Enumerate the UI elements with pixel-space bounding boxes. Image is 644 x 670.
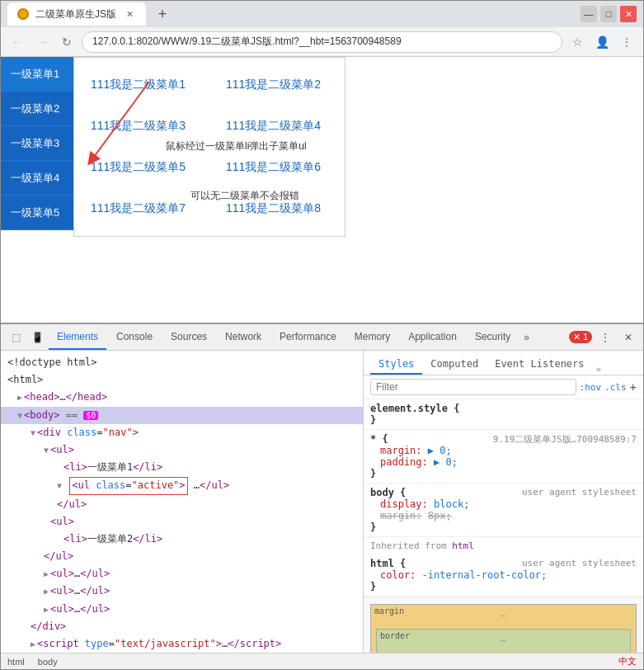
style-prop-display: display: block; bbox=[370, 498, 637, 510]
account-button[interactable]: 👤 bbox=[592, 32, 612, 52]
hov-button[interactable]: :hov bbox=[580, 382, 602, 393]
dropdown-item-6[interactable]: 111我是二级菜单6 bbox=[209, 160, 345, 175]
status-body[interactable]: body bbox=[38, 657, 58, 667]
dropdown-item-7[interactable]: 111我是二级菜单7 bbox=[74, 201, 209, 216]
style-block-universal: * { 9.19二级菜单JS版…700948589:7 margin: ▶ 0;… bbox=[364, 430, 643, 484]
devtools-toolbar: ⬚ 📱 Elements Console Sources Network Per… bbox=[1, 324, 643, 351]
styles-subtab-computed[interactable]: Computed bbox=[422, 355, 487, 375]
status-bar: html body 中文 bbox=[1, 653, 643, 669]
new-tab-button[interactable]: + bbox=[151, 2, 174, 26]
box-model-margin: margin – border – padding- bbox=[370, 604, 637, 653]
box-model-area: margin – border – padding- bbox=[364, 597, 643, 653]
html-ul-close: </ul> bbox=[1, 496, 363, 513]
html-li-2: <li>一级菜单2</li> bbox=[1, 531, 363, 548]
dropdown-item-8[interactable]: 111我是二级菜单8 bbox=[209, 201, 345, 216]
nav-item-3[interactable]: 一级菜单3 bbox=[1, 126, 75, 161]
error-badge: ✕ 1 bbox=[569, 331, 592, 343]
active-ul-highlight: <ul class="active"> bbox=[69, 477, 187, 494]
html-ul-2[interactable]: <ul> bbox=[1, 513, 363, 531]
html-body[interactable]: ▼<body> == $0 bbox=[1, 407, 363, 424]
status-html[interactable]: html bbox=[7, 657, 25, 667]
devtools-settings-button[interactable]: ⋮ bbox=[595, 328, 615, 347]
window-controls: — □ ✕ bbox=[581, 6, 637, 22]
html-script[interactable]: ▶<script type="text/javascript">…</scrip… bbox=[1, 635, 363, 653]
style-prop-padding: padding: ▶ 0; bbox=[370, 456, 637, 468]
styles-panel: Styles Computed Event Listeners » :hov .… bbox=[364, 351, 643, 653]
devtools-tab-security[interactable]: Security bbox=[467, 324, 519, 350]
style-prop-color: color: -internal-root-color; bbox=[370, 569, 637, 581]
elements-panel: <!doctype html> <html> ▶<head>…</head> ▼… bbox=[1, 351, 364, 653]
annotation-arrow bbox=[67, 65, 166, 172]
minimize-button[interactable]: — bbox=[581, 6, 597, 22]
annotation-area-2: 可以无二级菜单不会报错 bbox=[190, 189, 299, 203]
url-input[interactable] bbox=[82, 31, 562, 53]
devtools-tab-console[interactable]: Console bbox=[108, 324, 161, 350]
devtools-tab-memory[interactable]: Memory bbox=[346, 324, 398, 350]
styles-subtabs: Styles Computed Event Listeners » bbox=[364, 351, 643, 375]
html-root: <html> bbox=[1, 371, 363, 389]
dropdown-item-4[interactable]: 111我是二级菜单4 bbox=[209, 119, 345, 134]
menu-button[interactable]: ⋮ bbox=[617, 32, 637, 52]
tab-favicon bbox=[17, 8, 29, 20]
inherited-label: Inherited from html bbox=[364, 537, 643, 554]
cls-button[interactable]: .cls bbox=[604, 382, 627, 393]
html-doctype: <!doctype html> bbox=[1, 354, 363, 371]
title-bar: 二级菜单原生JS版 ✕ + — □ ✕ bbox=[1, 1, 643, 27]
bookmark-button[interactable]: ☆ bbox=[567, 32, 587, 52]
styles-filter-row: :hov .cls + bbox=[364, 375, 643, 399]
tab-close-button[interactable]: ✕ bbox=[123, 7, 136, 21]
html-ul-3[interactable]: ▶<ul>…</ul> bbox=[1, 565, 363, 583]
tab-title: 二级菜单原生JS版 bbox=[35, 7, 116, 21]
main-page: 一级菜单1 一级菜单2 一级菜单3 一级菜单4 一级菜单5 111我是二级菜 bbox=[1, 57, 643, 323]
devtools-tab-performance[interactable]: Performance bbox=[271, 324, 345, 350]
styles-subtab-event-listeners[interactable]: Event Listeners bbox=[487, 355, 592, 375]
add-style-button[interactable]: + bbox=[630, 380, 637, 394]
annotation-area: 鼠标经过一级菜单li弹出子菜单ul bbox=[166, 139, 307, 153]
styles-subtab-styles[interactable]: Styles bbox=[370, 355, 422, 375]
styles-subtab-more[interactable]: » bbox=[596, 364, 602, 375]
devtools-body: <!doctype html> <html> ▶<head>…</head> ▼… bbox=[1, 351, 643, 653]
maximize-button[interactable]: □ bbox=[600, 6, 617, 22]
refresh-button[interactable]: ↻ bbox=[57, 32, 77, 52]
style-prop-margin: margin: ▶ 0; bbox=[370, 445, 637, 456]
dropdown-item-2[interactable]: 111我是二级菜单2 bbox=[209, 78, 345, 92]
devtools-device-button[interactable]: 📱 bbox=[27, 328, 47, 347]
devtools-more-tabs[interactable]: » bbox=[520, 328, 533, 347]
style-block-html: html { user agent stylesheet color: -int… bbox=[364, 554, 643, 597]
html-div-nav[interactable]: ▼<div class="nav"> bbox=[1, 424, 363, 441]
nav-item-4[interactable]: 一级菜单4 bbox=[1, 161, 75, 196]
devtools-tab-elements[interactable]: Elements bbox=[49, 324, 106, 350]
devtools-right-controls: ✕ 1 ⋮ ✕ bbox=[569, 328, 638, 347]
html-li-1: <li>一级菜单1</li> bbox=[1, 459, 363, 476]
browser-tab[interactable]: 二级菜单原生JS版 ✕ bbox=[7, 2, 146, 26]
svg-line-0 bbox=[92, 82, 149, 160]
forward-button[interactable]: → bbox=[32, 32, 52, 52]
style-prop-margin-body: margin: 8px; bbox=[370, 510, 637, 521]
nav-item-1[interactable]: 一级菜单1 bbox=[1, 57, 75, 92]
nav-sidebar: 一级菜单1 一级菜单2 一级菜单3 一级菜单4 一级菜单5 bbox=[1, 57, 75, 230]
html-div-close: </div> bbox=[1, 618, 363, 635]
devtools-tab-application[interactable]: Application bbox=[400, 324, 465, 350]
nav-item-5[interactable]: 一级菜单5 bbox=[1, 196, 75, 230]
page-area: 一级菜单1 一级菜单2 一级菜单3 一级菜单4 一级菜单5 111我是二级菜 bbox=[1, 57, 643, 669]
devtools-tab-network[interactable]: Network bbox=[217, 324, 270, 350]
html-ul-2-close: </ul> bbox=[1, 548, 363, 565]
html-ul-4[interactable]: ▶<ul>…</ul> bbox=[1, 583, 363, 600]
close-button[interactable]: ✕ bbox=[620, 6, 637, 22]
nav-item-2[interactable]: 一级菜单2 bbox=[1, 92, 75, 126]
back-button[interactable]: ← bbox=[7, 32, 27, 52]
annotation-text-2: 可以无二级菜单不会报错 bbox=[190, 190, 299, 201]
html-ul-1[interactable]: ▼<ul> bbox=[1, 441, 363, 459]
browser-window: 二级菜单原生JS版 ✕ + — □ ✕ ← → ↻ ☆ 👤 ⋮ 一级菜单1 bbox=[0, 0, 644, 670]
style-block-element: element.style { } bbox=[364, 399, 643, 430]
html-ul-active[interactable]: ▼ <ul class="active"> …</ul> bbox=[1, 476, 363, 495]
address-bar: ← → ↻ ☆ 👤 ⋮ bbox=[1, 27, 643, 57]
styles-filter-input[interactable] bbox=[370, 379, 576, 395]
devtools-close-button[interactable]: ✕ bbox=[618, 328, 638, 347]
html-head: ▶<head>…</head> bbox=[1, 389, 363, 406]
style-block-body: body { user agent stylesheet display: bl… bbox=[364, 484, 643, 537]
devtools-tab-sources[interactable]: Sources bbox=[162, 324, 215, 350]
status-right: 中文 bbox=[618, 655, 637, 668]
html-ul-5[interactable]: ▶<ul>…</ul> bbox=[1, 601, 363, 618]
devtools-inspect-button[interactable]: ⬚ bbox=[6, 328, 26, 347]
